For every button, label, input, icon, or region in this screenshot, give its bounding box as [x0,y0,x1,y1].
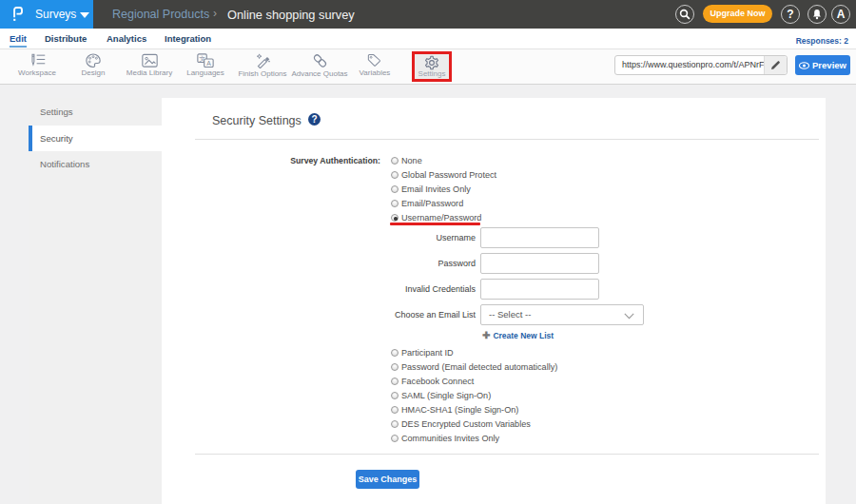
svg-text:A: A [206,59,211,66]
